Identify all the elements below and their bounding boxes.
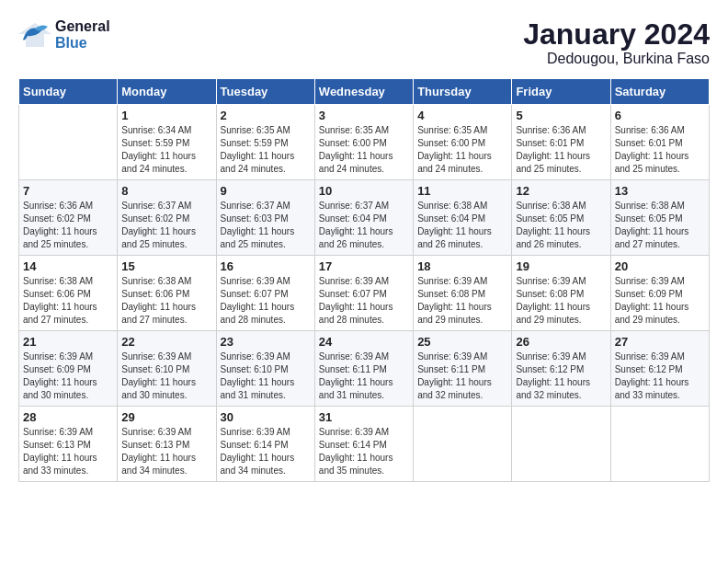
day-number: 5	[516, 109, 606, 122]
calendar-cell: 7Sunrise: 6:36 AM Sunset: 6:02 PM Daylig…	[19, 180, 118, 256]
calendar-cell: 28Sunrise: 6:39 AM Sunset: 6:13 PM Dayli…	[19, 407, 118, 482]
day-info: Sunrise: 6:38 AM Sunset: 6:05 PM Dayligh…	[615, 200, 705, 251]
day-info: Sunrise: 6:37 AM Sunset: 6:03 PM Dayligh…	[221, 200, 311, 251]
calendar-cell: 4Sunrise: 6:35 AM Sunset: 6:00 PM Daylig…	[414, 105, 512, 180]
day-info: Sunrise: 6:38 AM Sunset: 6:06 PM Dayligh…	[121, 275, 211, 327]
calendar-subtitle: Dedougou, Burkina Faso	[523, 51, 710, 67]
header-day: Friday	[512, 79, 610, 105]
calendar-cell: 15Sunrise: 6:38 AM Sunset: 6:06 PM Dayli…	[118, 256, 216, 331]
day-info: Sunrise: 6:38 AM Sunset: 6:05 PM Dayligh…	[516, 200, 606, 251]
day-info: Sunrise: 6:39 AM Sunset: 6:10 PM Dayligh…	[221, 350, 311, 402]
calendar-cell: 25Sunrise: 6:39 AM Sunset: 6:11 PM Dayli…	[414, 331, 512, 407]
day-info: Sunrise: 6:37 AM Sunset: 6:04 PM Dayligh…	[319, 200, 409, 251]
header: General Blue January 2024 Dedougou, Burk…	[18, 18, 710, 67]
calendar-cell: 23Sunrise: 6:39 AM Sunset: 6:10 PM Dayli…	[216, 331, 314, 407]
day-number: 16	[221, 259, 311, 273]
calendar-week-row: 7Sunrise: 6:36 AM Sunset: 6:02 PM Daylig…	[19, 180, 710, 256]
day-number: 18	[417, 259, 507, 273]
day-info: Sunrise: 6:39 AM Sunset: 6:09 PM Dayligh…	[23, 350, 113, 402]
calendar-cell: 10Sunrise: 6:37 AM Sunset: 6:04 PM Dayli…	[314, 180, 413, 256]
day-number: 24	[319, 335, 409, 349]
calendar-cell: 19Sunrise: 6:39 AM Sunset: 6:08 PM Dayli…	[512, 256, 610, 331]
calendar-cell: 18Sunrise: 6:39 AM Sunset: 6:08 PM Dayli…	[414, 256, 512, 331]
calendar-cell: 2Sunrise: 6:35 AM Sunset: 5:59 PM Daylig…	[216, 105, 314, 180]
calendar-cell: 16Sunrise: 6:39 AM Sunset: 6:07 PM Dayli…	[216, 256, 314, 331]
day-number: 3	[319, 109, 409, 122]
calendar-cell	[610, 407, 709, 482]
day-number: 1	[121, 109, 211, 122]
day-number: 17	[319, 259, 409, 273]
calendar-cell	[19, 105, 118, 180]
header-day: Sunday	[19, 79, 118, 105]
header-day: Tuesday	[216, 79, 314, 105]
day-number: 28	[23, 410, 113, 424]
day-info: Sunrise: 6:39 AM Sunset: 6:11 PM Dayligh…	[417, 350, 507, 402]
calendar-table: SundayMondayTuesdayWednesdayThursdayFrid…	[18, 78, 710, 482]
day-info: Sunrise: 6:39 AM Sunset: 6:08 PM Dayligh…	[516, 275, 606, 327]
day-number: 6	[615, 109, 705, 122]
calendar-cell: 26Sunrise: 6:39 AM Sunset: 6:12 PM Dayli…	[512, 331, 610, 407]
calendar-cell	[414, 407, 512, 482]
day-info: Sunrise: 6:35 AM Sunset: 5:59 PM Dayligh…	[221, 124, 311, 176]
day-info: Sunrise: 6:37 AM Sunset: 6:02 PM Dayligh…	[121, 200, 211, 251]
day-number: 25	[417, 335, 507, 349]
day-number: 31	[319, 410, 409, 424]
day-info: Sunrise: 6:39 AM Sunset: 6:12 PM Dayligh…	[516, 350, 606, 402]
calendar-cell: 12Sunrise: 6:38 AM Sunset: 6:05 PM Dayli…	[512, 180, 610, 256]
day-number: 8	[121, 184, 211, 198]
calendar-cell: 21Sunrise: 6:39 AM Sunset: 6:09 PM Dayli…	[19, 331, 118, 407]
day-info: Sunrise: 6:39 AM Sunset: 6:13 PM Dayligh…	[23, 426, 113, 477]
calendar-week-row: 21Sunrise: 6:39 AM Sunset: 6:09 PM Dayli…	[19, 331, 710, 407]
logo-icon	[18, 21, 51, 49]
header-day: Saturday	[610, 79, 709, 105]
calendar-cell: 5Sunrise: 6:36 AM Sunset: 6:01 PM Daylig…	[512, 105, 610, 180]
day-number: 13	[615, 184, 705, 198]
calendar-cell: 13Sunrise: 6:38 AM Sunset: 6:05 PM Dayli…	[610, 180, 709, 256]
day-info: Sunrise: 6:36 AM Sunset: 6:02 PM Dayligh…	[23, 200, 113, 251]
day-info: Sunrise: 6:39 AM Sunset: 6:13 PM Dayligh…	[121, 426, 211, 477]
logo-text: General Blue	[55, 18, 110, 51]
calendar-header: SundayMondayTuesdayWednesdayThursdayFrid…	[19, 79, 710, 105]
calendar-cell: 22Sunrise: 6:39 AM Sunset: 6:10 PM Dayli…	[118, 331, 216, 407]
header-day: Thursday	[414, 79, 512, 105]
calendar-cell: 1Sunrise: 6:34 AM Sunset: 5:59 PM Daylig…	[118, 105, 216, 180]
calendar-week-row: 1Sunrise: 6:34 AM Sunset: 5:59 PM Daylig…	[19, 105, 710, 180]
title-block: January 2024 Dedougou, Burkina Faso	[523, 18, 710, 67]
day-info: Sunrise: 6:39 AM Sunset: 6:14 PM Dayligh…	[319, 426, 409, 477]
calendar-cell: 24Sunrise: 6:39 AM Sunset: 6:11 PM Dayli…	[314, 331, 413, 407]
day-number: 27	[615, 335, 705, 349]
calendar-cell: 17Sunrise: 6:39 AM Sunset: 6:07 PM Dayli…	[314, 256, 413, 331]
calendar-cell: 27Sunrise: 6:39 AM Sunset: 6:12 PM Dayli…	[610, 331, 709, 407]
day-number: 4	[417, 109, 507, 122]
calendar-week-row: 28Sunrise: 6:39 AM Sunset: 6:13 PM Dayli…	[19, 407, 710, 482]
calendar-cell: 9Sunrise: 6:37 AM Sunset: 6:03 PM Daylig…	[216, 180, 314, 256]
day-info: Sunrise: 6:39 AM Sunset: 6:07 PM Dayligh…	[221, 275, 311, 327]
day-info: Sunrise: 6:39 AM Sunset: 6:07 PM Dayligh…	[319, 275, 409, 327]
calendar-cell: 3Sunrise: 6:35 AM Sunset: 6:00 PM Daylig…	[314, 105, 413, 180]
day-number: 30	[221, 410, 311, 424]
day-number: 15	[121, 259, 211, 273]
calendar-title: January 2024	[523, 18, 710, 51]
day-number: 21	[23, 335, 113, 349]
header-day: Wednesday	[314, 79, 413, 105]
day-info: Sunrise: 6:39 AM Sunset: 6:08 PM Dayligh…	[417, 275, 507, 327]
day-info: Sunrise: 6:38 AM Sunset: 6:04 PM Dayligh…	[417, 200, 507, 251]
day-number: 14	[23, 259, 113, 273]
day-info: Sunrise: 6:39 AM Sunset: 6:12 PM Dayligh…	[615, 350, 705, 402]
day-number: 12	[516, 184, 606, 198]
calendar-cell: 30Sunrise: 6:39 AM Sunset: 6:14 PM Dayli…	[216, 407, 314, 482]
day-info: Sunrise: 6:38 AM Sunset: 6:06 PM Dayligh…	[23, 275, 113, 327]
day-info: Sunrise: 6:39 AM Sunset: 6:14 PM Dayligh…	[221, 426, 311, 477]
day-info: Sunrise: 6:39 AM Sunset: 6:10 PM Dayligh…	[121, 350, 211, 402]
day-number: 22	[121, 335, 211, 349]
day-info: Sunrise: 6:35 AM Sunset: 6:00 PM Dayligh…	[319, 124, 409, 176]
calendar-cell: 11Sunrise: 6:38 AM Sunset: 6:04 PM Dayli…	[414, 180, 512, 256]
calendar-cell: 29Sunrise: 6:39 AM Sunset: 6:13 PM Dayli…	[118, 407, 216, 482]
day-number: 7	[23, 184, 113, 198]
page-container: General Blue January 2024 Dedougou, Burk…	[0, 0, 728, 491]
day-info: Sunrise: 6:36 AM Sunset: 6:01 PM Dayligh…	[516, 124, 606, 176]
day-info: Sunrise: 6:34 AM Sunset: 5:59 PM Dayligh…	[121, 124, 211, 176]
day-number: 19	[516, 259, 606, 273]
day-number: 23	[221, 335, 311, 349]
day-number: 2	[221, 109, 311, 122]
